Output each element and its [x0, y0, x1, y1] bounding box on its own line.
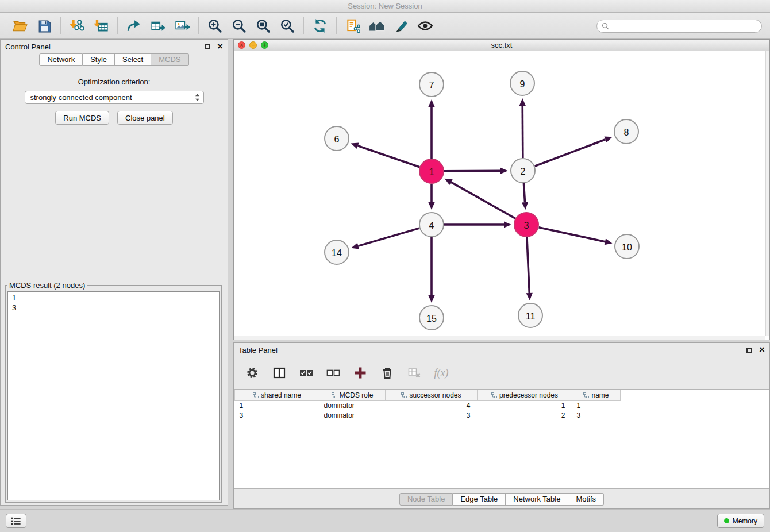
edge-2-to-9[interactable] — [519, 98, 526, 158]
search-input[interactable] — [609, 21, 757, 30]
network-window-titlebar[interactable]: scc.txt × − + — [234, 40, 769, 51]
zoom-selected-button[interactable] — [275, 15, 299, 37]
function-builder-button[interactable]: f(x) — [432, 364, 451, 382]
tab-mcds[interactable]: MCDS — [151, 53, 188, 66]
edge-3-to-10[interactable] — [538, 228, 612, 245]
tab-motifs[interactable]: Motifs — [568, 493, 604, 506]
cell-successor-nodes[interactable]: 4 — [386, 401, 478, 411]
cell-predecessor-nodes[interactable]: 1 — [478, 401, 572, 411]
export-network-button[interactable] — [122, 15, 146, 37]
edge-4-to-14[interactable] — [351, 228, 419, 249]
mcds-result-list[interactable]: 13 — [7, 291, 220, 500]
import-network-button[interactable] — [65, 15, 89, 37]
criterion-dropdown[interactable]: strongly connected component — [25, 91, 204, 104]
criterion-dropdown-value: strongly connected component — [30, 93, 132, 102]
tab-style[interactable]: Style — [83, 53, 115, 66]
add-row-button[interactable] — [351, 364, 369, 382]
edge-4-to-3[interactable] — [444, 221, 511, 228]
tab-network[interactable]: Network — [39, 53, 83, 66]
table-row[interactable]: 1dominator411 — [235, 401, 769, 411]
edge-4-to-15[interactable] — [428, 237, 434, 303]
network-canvas[interactable]: 7968124314101511 — [234, 51, 769, 340]
search-box[interactable] — [596, 20, 762, 33]
cell-shared-name[interactable]: 1 — [235, 401, 319, 411]
zoom-out-button[interactable] — [227, 15, 251, 37]
column-header-successor-nodes[interactable]: successor nodes — [386, 390, 478, 401]
edge-1-to-4[interactable] — [428, 184, 434, 210]
cell-name[interactable]: 3 — [572, 411, 621, 421]
dropdown-arrows-icon — [195, 93, 200, 102]
node-6[interactable]: 6 — [325, 126, 349, 151]
tab-node-table[interactable]: Node Table — [399, 493, 453, 506]
cell-predecessor-nodes[interactable]: 2 — [478, 411, 572, 421]
home-view-button[interactable] — [365, 15, 389, 37]
close-panel-icon[interactable]: × — [217, 43, 223, 51]
edge-1-to-6[interactable] — [351, 142, 420, 167]
cell-MCDS-role[interactable]: dominator — [319, 401, 386, 411]
deselect-all-button[interactable] — [324, 364, 342, 382]
node-3[interactable]: 3 — [514, 213, 538, 237]
node-10[interactable]: 10 — [615, 234, 639, 259]
node-7[interactable]: 7 — [419, 72, 444, 97]
tab-select[interactable]: Select — [115, 53, 151, 66]
node-14[interactable]: 14 — [325, 240, 349, 264]
maximize-window-button[interactable]: + — [261, 41, 268, 49]
edge-2-to-8[interactable] — [535, 137, 613, 167]
save-session-button[interactable] — [32, 15, 56, 37]
delete-table-button[interactable] — [405, 364, 424, 382]
column-header-name[interactable]: name — [572, 390, 621, 401]
node-9[interactable]: 9 — [510, 71, 534, 95]
toolbar-separator — [198, 17, 199, 34]
column-header-predecessor-nodes[interactable]: predecessor nodes — [478, 390, 572, 401]
edge-2-to-3[interactable] — [522, 183, 528, 210]
column-header-MCDS-role[interactable]: MCDS role — [319, 390, 386, 401]
task-history-button[interactable] — [6, 514, 26, 528]
table-row[interactable]: 3dominator323 — [235, 411, 769, 421]
show-columns-button[interactable] — [270, 364, 288, 382]
edge-1-to-7[interactable] — [428, 99, 434, 159]
minimize-window-button[interactable]: − — [249, 41, 257, 49]
node-11[interactable]: 11 — [518, 303, 542, 327]
run-mcds-button[interactable]: Run MCDS — [55, 111, 109, 125]
float-table-panel-icon[interactable] — [746, 348, 752, 353]
tab-network-table[interactable]: Network Table — [506, 493, 568, 506]
cell-shared-name[interactable]: 3 — [235, 411, 319, 421]
memory-button[interactable]: Memory — [717, 514, 764, 528]
svg-text:9: 9 — [520, 79, 525, 89]
refresh-button[interactable] — [308, 15, 332, 37]
node-8[interactable]: 8 — [614, 119, 638, 144]
export-image-button[interactable] — [170, 15, 194, 37]
export-table-button[interactable] — [146, 15, 170, 37]
edge-1-to-2[interactable] — [444, 168, 508, 174]
zoom-in-button[interactable] — [203, 15, 227, 37]
zoom-fit-button[interactable] — [251, 15, 275, 37]
close-panel-button[interactable]: Close panel — [117, 111, 173, 125]
home-icon — [369, 18, 385, 33]
node-4[interactable]: 4 — [419, 213, 444, 237]
close-table-panel-icon[interactable]: × — [759, 346, 765, 354]
tab-edge-table[interactable]: Edge Table — [453, 493, 506, 506]
close-window-button[interactable]: × — [238, 41, 245, 49]
table-settings-button[interactable] — [243, 364, 261, 382]
cell-name[interactable]: 1 — [572, 401, 621, 411]
network-vertical-scrollbar[interactable] — [765, 51, 769, 336]
node-1[interactable]: 1 — [419, 159, 444, 183]
cell-successor-nodes[interactable]: 3 — [386, 411, 478, 421]
column-header-shared-name[interactable]: shared name — [235, 390, 319, 401]
node-2[interactable]: 2 — [511, 159, 535, 183]
zoom-out-icon — [232, 18, 247, 33]
copy-network-style-button[interactable] — [341, 15, 365, 37]
import-table-button[interactable] — [89, 15, 113, 37]
edge-3-to-11[interactable] — [526, 237, 533, 300]
show-graphics-details-button[interactable] — [413, 15, 437, 37]
open-file-button[interactable] — [8, 15, 32, 37]
node-15[interactable]: 15 — [419, 306, 444, 330]
apply-style-button[interactable] — [389, 15, 413, 37]
network-horizontal-scrollbar[interactable] — [234, 336, 765, 340]
select-all-button[interactable] — [297, 364, 315, 382]
edge-3-to-1[interactable] — [445, 179, 515, 218]
result-line: 1 — [12, 293, 215, 303]
float-panel-icon[interactable] — [205, 44, 210, 49]
cell-MCDS-role[interactable]: dominator — [319, 411, 386, 421]
delete-row-button[interactable] — [378, 364, 396, 382]
